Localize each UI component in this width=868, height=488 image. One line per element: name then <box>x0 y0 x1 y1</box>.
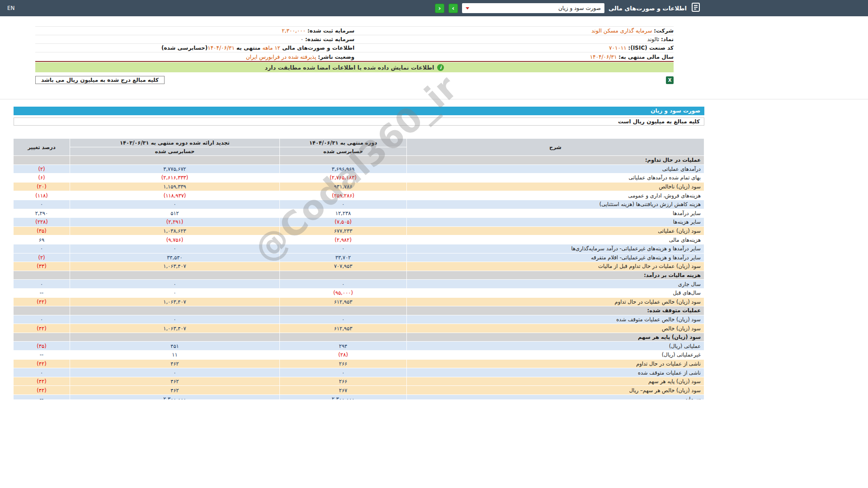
row-current-value: ۲۹۴ <box>280 342 407 351</box>
row-current-value: ۰ <box>280 244 407 253</box>
row-prior-value: (۲,۲۹۱) <box>70 218 280 227</box>
row-change-value: (۴۲) <box>14 324 70 333</box>
row-current-value: ۱۲,۲۳۸ <box>280 209 407 218</box>
row-prior-value: ۱,۰۶۳,۴۰۷ <box>70 324 280 333</box>
row-current-value <box>280 156 407 165</box>
row-current-value: ۷۰۷,۹۵۳ <box>280 262 407 271</box>
table-row: سایر درآمدها و هزینه‌های غیرعملیاتی- درآ… <box>14 244 704 253</box>
income-statement-table: شرح دوره منتهی به ۱۴۰۴/۰۶/۳۱ تجدید ارائه… <box>14 138 704 399</box>
info-value: ۱۴۰۴/۰۶/۳۱ <box>590 54 618 60</box>
company-info-cell: شرکت: سرمایه گذاری مسکن الوند <box>354 28 674 34</box>
topbar-inner: اطلاعات و صورت‌های مالی صورت سود و زیان … <box>0 0 704 16</box>
row-current-value <box>280 271 407 280</box>
table-row: سود (زیان) ناخالص۹۳۱,۷۸۶۱,۱۵۹,۳۳۹(۲۰) <box>14 182 704 191</box>
excel-export-icon[interactable]: X <box>666 76 674 84</box>
company-info-cell: کد صنعت (ISIC): ۷۰۱۰۱۱ <box>354 45 674 51</box>
table-row: سود (زیان) خالص عملیات متوقف شده۰۰۰ <box>14 315 704 324</box>
prev-report-button[interactable]: ‹ <box>435 4 444 13</box>
table-row: سود (زیان) خالص۶۱۲,۹۵۳۱,۰۶۳,۴۰۷(۴۲) <box>14 324 704 333</box>
language-toggle-en[interactable]: EN <box>7 5 15 11</box>
row-description: سال‌های قبل <box>407 288 704 297</box>
row-change-value: (۲) <box>14 253 70 262</box>
info-label: نماد: <box>661 36 674 42</box>
financial-statements-icon <box>691 2 701 14</box>
company-info-row: شرکت: سرمایه گذاری مسکن الوندسرمایه ثبت … <box>35 27 674 35</box>
table-row: سود (زیان) پایه هر سهم۲۶۶۴۶۲(۴۲) <box>14 377 704 386</box>
row-description: سود (زیان) خالص عملیات متوقف شده <box>407 315 704 324</box>
row-change-value: ۰ <box>14 244 70 253</box>
table-row: سود (زیان) عملیاتی۶۷۷,۲۳۳۱,۰۳۸,۶۲۳(۳۵) <box>14 226 704 235</box>
row-description: سایر درآمدها و هزینه‌های غیرعملیاتی- اقل… <box>407 253 704 262</box>
company-info-cell: وضعیت ناشر: پذیرفته شده در فرابورس ایران <box>35 54 354 60</box>
row-current-value: ۲۶۶ <box>280 359 407 368</box>
row-change-value: (۳۵) <box>14 226 70 235</box>
row-change-value: ۰ <box>14 368 70 377</box>
section-row: سود (زیان) پایه هر سهم <box>14 333 704 342</box>
col-subheader-audited-prior: حسابرسی شده <box>70 147 280 156</box>
topbar: اطلاعات و صورت‌های مالی صورت سود و زیان … <box>0 0 868 16</box>
info-value: ۲,۳۰۰,۰۰۰ <box>282 28 307 34</box>
company-info-cell: سرمایه ثبت شده: ۲,۳۰۰,۰۰۰ <box>35 28 354 34</box>
row-change-value: (۲۰) <box>14 182 70 191</box>
row-change-value: ۰ <box>14 280 70 289</box>
row-prior-value: ۱,۰۶۳,۴۰۷ <box>70 262 280 271</box>
row-current-value <box>280 306 407 315</box>
next-report-button[interactable]: › <box>448 4 458 13</box>
row-current-value: ۶۱۲,۹۵۳ <box>280 324 407 333</box>
row-change-value: ۰ <box>14 315 70 324</box>
units-toolbar: X کلیه مبالغ درج شده به میلیون ریال می ب… <box>35 76 674 84</box>
row-current-value: (۷,۵۰۵) <box>280 218 407 227</box>
info-label: اطلاعات و صورت‌های مالی <box>280 45 354 51</box>
row-description: عملیاتی (ریال) <box>407 342 704 351</box>
row-prior-value: ۳,۷۷۵,۶۷۲ <box>70 164 280 174</box>
row-current-value: (۲,۹۸۲) <box>280 235 407 244</box>
col-header-percent-change: درصد تغییر <box>14 139 70 156</box>
company-info-row: سال مالی منتهی به: ۱۴۰۴/۰۶/۳۱وضعیت ناشر:… <box>35 52 674 61</box>
row-current-value: ۲۶۷ <box>280 386 407 395</box>
col-header-prior-period: تجدید ارائه شده دوره منتهی به ۱۴۰۳/۰۶/۳۱ <box>70 139 280 147</box>
row-prior-value: (۱۱۸,۹۳۷) <box>70 191 280 200</box>
row-prior-value: ۵۱۲ <box>70 209 280 218</box>
row-change-value: (۳۵) <box>14 342 70 351</box>
table-row: هزینه‌های فروش، اداری و عمومی(۲۵۹,۲۸۶)(۱… <box>14 191 704 200</box>
row-description: ناشی از عملیات متوقف شده <box>407 368 704 377</box>
row-prior-value <box>70 271 280 280</box>
row-description: درآمدهای عملیاتی <box>407 164 704 174</box>
row-change-value: (۳۳) <box>14 262 70 271</box>
info-label: (حسابرسی شده) <box>161 45 208 51</box>
row-current-value: ۲۶۶ <box>280 377 407 386</box>
row-description: ناشی از عملیات در حال تداوم <box>407 359 704 368</box>
table-row: بهای تمام شده درآمدهای عملیاتی(۲,۷۶۵,۱۸۳… <box>14 174 704 183</box>
signature-match-text: اطلاعات نمایش داده شده با اطلاعات امضا ش… <box>265 64 434 71</box>
units-note-box: کلیه مبالغ درج شده به میلیون ریال می باش… <box>35 76 165 84</box>
row-description: سود (زیان) خالص عملیات در حال تداوم <box>407 297 704 306</box>
section-row: عملیات متوقف شده: <box>14 306 704 315</box>
info-label: منتهی به <box>235 45 263 51</box>
row-description: سال جاری <box>407 280 704 289</box>
table-row: عملیاتی (ریال)۲۹۴۴۵۱(۳۵) <box>14 342 704 351</box>
row-current-value: ۳,۶۹۶,۹۶۹ <box>280 164 407 174</box>
row-current-value: ۳۳,۷۰۲ <box>280 253 407 262</box>
col-subheader-audited-current: حسابرسی شده <box>280 147 407 156</box>
row-current-value: ۲,۳۰۰,۰۰۰ <box>280 395 407 399</box>
row-change-value: (۲) <box>14 164 70 174</box>
row-prior-value: ۱,۰۳۸,۶۲۳ <box>70 226 280 235</box>
page-title: اطلاعات و صورت‌های مالی <box>609 5 687 12</box>
row-prior-value: ۳۴,۵۴۰ <box>70 253 280 262</box>
statement-units-note: کلیه مبالغ به میلیون ریال است <box>14 117 704 126</box>
row-description: سود (زیان) پایه هر سهم <box>407 333 704 342</box>
row-description: بهای تمام شده درآمدهای عملیاتی <box>407 174 704 183</box>
row-change-value: (۴۲) <box>14 377 70 386</box>
row-change-value: (۶) <box>14 174 70 183</box>
info-label: ثالوند <box>647 36 661 42</box>
info-label: کد صنعت (ISIC): <box>628 45 674 51</box>
row-prior-value: ۴۶۲ <box>70 359 280 368</box>
table-row: ناشی از عملیات متوقف شده۰۰۰ <box>14 368 704 377</box>
row-change-value: -- <box>14 395 70 399</box>
info-value: سرمایه گذاری مسکن الوند <box>591 28 654 34</box>
row-description: عملیات متوقف شده: <box>407 306 704 315</box>
row-current-value: ۹۳۱,۷۸۶ <box>280 182 407 191</box>
row-description: هزینه‌های فروش، اداری و عمومی <box>407 191 704 200</box>
report-select[interactable]: صورت سود و زیان <box>462 3 604 13</box>
row-current-value: (۲۸) <box>280 351 407 360</box>
